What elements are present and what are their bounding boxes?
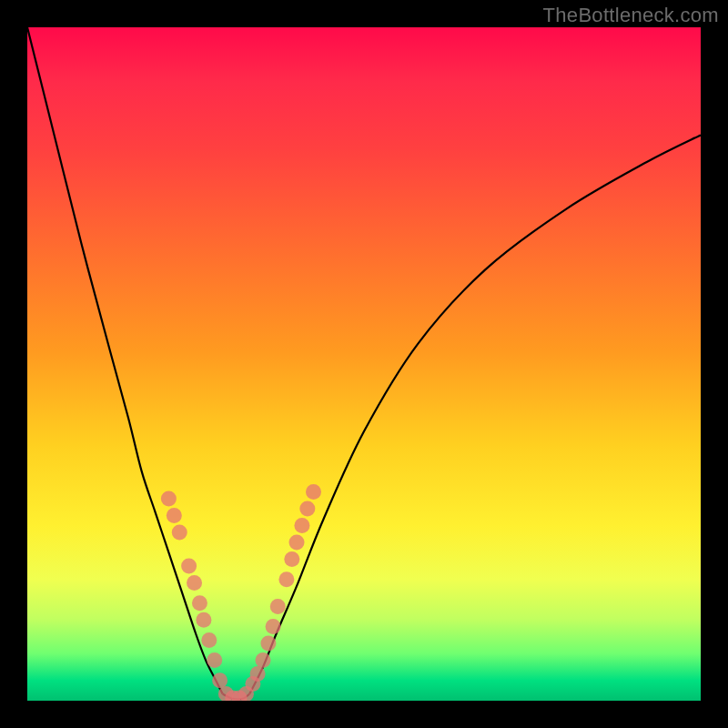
scatter-dot — [212, 672, 228, 688]
scatter-dot — [181, 559, 197, 574]
scatter-dot — [167, 508, 182, 523]
scatter-dot — [306, 484, 321, 500]
watermark-text: TheBottleneck.com — [543, 4, 719, 27]
scatter-dot — [256, 652, 271, 668]
scatter-dot — [278, 571, 294, 587]
plot-area — [27, 27, 701, 701]
frame: TheBottleneck.com — [0, 0, 728, 728]
scatter-dot — [172, 525, 187, 541]
scatter-dot — [192, 595, 207, 611]
scatter-dot — [196, 612, 211, 628]
scatter-dot — [187, 575, 202, 591]
scatter-dot — [260, 636, 276, 652]
scatter-dot — [201, 632, 217, 648]
scatter-dots — [161, 484, 321, 701]
scatter-dot — [294, 518, 309, 533]
scatter-dot — [284, 551, 299, 567]
scatter-dot — [299, 501, 315, 517]
right-curve — [249, 135, 701, 693]
scatter-dot — [270, 599, 286, 614]
scatter-dot — [250, 666, 266, 682]
chart-svg — [27, 27, 701, 701]
scatter-dot — [207, 652, 222, 668]
scatter-dot — [266, 619, 281, 634]
scatter-dot — [161, 491, 177, 507]
scatter-dot — [289, 535, 305, 551]
left-curve — [27, 27, 223, 694]
